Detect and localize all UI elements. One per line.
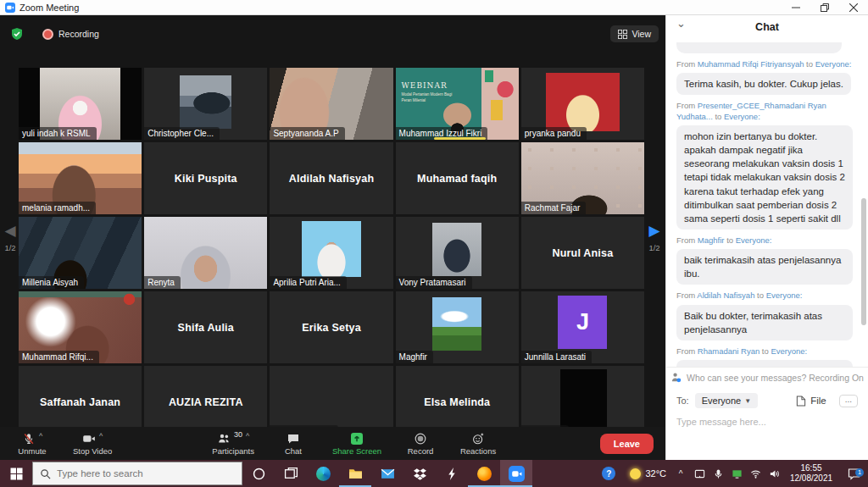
participant-tile[interactable]: Shifa Aulia [144,291,267,363]
recipient-name[interactable]: Everyone: [766,291,803,300]
weather-widget[interactable]: 32°C [625,468,671,479]
participant-name: yuli indah k RSML [22,129,91,138]
bolt-app-button[interactable] [436,460,468,487]
participant-name: Renyta [147,278,175,287]
restore-button[interactable] [810,0,839,14]
participant-name-tag [270,358,276,363]
recipient-name[interactable]: Everyone: [771,346,807,356]
participant-tile[interactable]: Millenia Aisyah [19,217,142,289]
reactions-button[interactable]: Reactions [459,432,497,456]
chat-scrollbar[interactable] [861,198,866,325]
message-input[interactable]: Type message here... [676,417,858,427]
chevron-down-icon[interactable]: ⌄ [676,17,686,30]
help-tray-button[interactable]: ? [593,467,625,480]
leave-button[interactable]: Leave [600,434,654,454]
edge-button[interactable] [307,460,339,487]
unmute-button[interactable]: ^ Unmute [14,432,51,456]
recipient-dropdown[interactable]: Everyone ▼ [695,393,758,408]
message-meta: From Rhamadani Ryan to Everyone: [676,346,854,357]
previous-page-arrow[interactable]: ◀ 1/2 [3,224,18,252]
file-button[interactable]: File [796,396,826,407]
chat-message: From Presenter_GCEE_Rhamadani Ryan Yudha… [676,101,854,229]
participant-name-tag: Junnilla Larasati [521,351,592,363]
tray-overflow-chevron[interactable]: ^ [671,469,690,479]
participant-tile[interactable]: melania ramadh... [19,142,142,214]
participant-name-tag [144,358,151,363]
taskbar-clock[interactable]: 16:55 12/08/2021 [783,463,839,484]
chat-button[interactable]: Chat [275,432,312,456]
share-screen-button[interactable]: Share Screen [332,432,381,456]
security-shield-icon[interactable] [10,27,24,41]
recipient-name[interactable]: Everyone: [736,235,772,245]
message-bubble: terimakasih atas penjelasannya bu dokter [676,360,853,367]
start-button[interactable] [0,460,32,487]
participant-tile[interactable]: yuli indah k RSML [19,68,142,140]
sender-name[interactable]: Maghfir [698,235,725,245]
participant-name-tag: Septyananda A.P [270,127,344,140]
sender-name[interactable]: Aldilah Nafisyah [697,291,754,300]
message-meta: From Muhammad Rifqi Fitriyansyah to Ever… [676,59,854,69]
participant-name-tag: Muhammad Rifqi... [19,351,99,363]
next-page-arrow[interactable]: ▶ 1/2 [646,224,663,252]
recipient-name[interactable]: Everyone: [724,112,760,121]
desktop-screen: Zoom Meeting Recording View [0,0,868,487]
file-explorer-button[interactable] [339,460,371,487]
participant-tile[interactable]: Rachmat Fajar [521,142,644,214]
sender-name[interactable]: Muhammad Rifqi Fitriyansyah [698,59,804,69]
task-view-button[interactable] [275,460,307,487]
close-button[interactable] [839,0,868,14]
participants-button[interactable]: 30 ^ Participants [212,432,254,456]
participant-tile[interactable]: Aldilah Nafisyah [270,142,392,214]
dropbox-button[interactable] [403,460,436,487]
participant-name: Aprilia Putri Aria... [273,278,340,287]
stop-video-button[interactable]: ^ Stop Video [73,432,112,456]
video-feed [432,297,481,351]
participant-name-tag: pryanka pandu [521,127,587,140]
participant-tile[interactable]: WEBINAR Modal Pertanian Modern Bagi Pera… [396,68,519,140]
notification-center-button[interactable]: 1 [839,468,868,480]
view-button[interactable]: View [610,25,659,42]
video-options-caret[interactable]: ^ [99,432,103,440]
participant-tile[interactable]: Christopher Cle... [144,68,267,140]
display-status-icon[interactable] [727,468,746,479]
participant-tile[interactable]: Renyta [144,217,267,289]
unmute-options-caret[interactable]: ^ [39,432,42,440]
participant-tile[interactable]: Muhammad Rifqi... [19,291,142,363]
zoom-taskbar-button[interactable] [500,460,532,487]
participant-tile[interactable]: Erika Setya [270,291,392,363]
windows-taskbar: ? 32°C ^ 16:55 12/08/2021 1 [0,460,868,487]
participants-caret[interactable]: ^ [246,432,249,440]
participant-tile[interactable]: J Junnilla Larasati [521,291,644,363]
cortana-button[interactable] [242,460,275,487]
record-button[interactable]: Record [402,432,439,456]
participant-name: Nurul Anisa [521,217,644,289]
speaker-icon[interactable] [765,468,783,479]
participant-tile[interactable]: Aprilia Putri Aria... [270,217,392,289]
participant-name-tag: melania ramadh... [19,202,96,214]
participant-name-tag [521,284,528,289]
participant-tile[interactable]: Septyananda A.P [270,68,392,140]
muted-mic-icon [22,432,36,445]
minimize-button[interactable] [782,0,810,14]
participant-tile[interactable]: Muhamad faqih [396,142,519,214]
participant-tile[interactable]: Nurul Anisa [521,217,644,289]
sun-icon [630,468,641,479]
wifi-icon[interactable] [746,468,765,479]
mail-button[interactable] [371,460,403,487]
recipient-name[interactable]: Everyone: [815,59,852,69]
sender-name[interactable]: Rhamadani Ryan [698,346,760,356]
tablet-mode-icon[interactable] [690,468,709,479]
taskbar-search[interactable] [32,462,242,485]
participant-tile[interactable]: pryanka pandu [521,68,644,140]
recording-indicator[interactable]: Recording [42,29,99,40]
speaking-indicator [434,137,486,140]
privacy-note[interactable]: Who can see your messages? Recording On [666,367,868,387]
participant-tile[interactable]: Maghfir [396,291,519,363]
search-input[interactable] [57,468,209,479]
more-options-button[interactable]: ... [839,395,858,407]
participant-name-tag: Renyta [144,276,181,289]
microphone-tray-icon[interactable] [709,468,727,479]
firefox-button[interactable] [468,460,500,487]
participant-tile[interactable]: Vony Pratamasari [396,217,519,289]
participant-tile[interactable]: Kiki Puspita [144,142,267,214]
